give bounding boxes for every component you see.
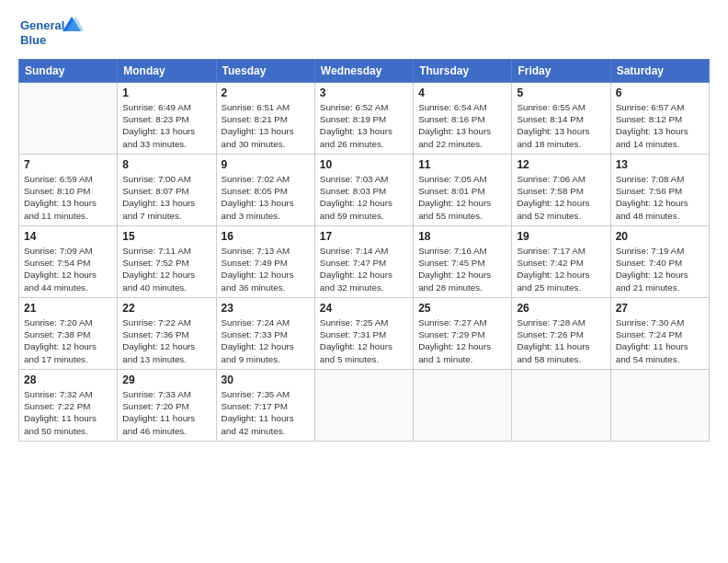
weekday-header: Monday [118, 60, 216, 83]
day-number: 1 [122, 86, 210, 99]
day-number: 17 [320, 230, 408, 243]
calendar-table: SundayMondayTuesdayWednesdayThursdayFrid… [18, 59, 710, 442]
day-number: 22 [122, 302, 210, 315]
calendar-cell: 3Sunrise: 6:52 AMSunset: 8:19 PMDaylight… [314, 83, 413, 155]
day-info: Sunrise: 7:03 AMSunset: 8:03 PMDaylight:… [320, 173, 408, 222]
day-info: Sunrise: 7:09 AMSunset: 7:54 PMDaylight:… [24, 245, 112, 293]
day-info: Sunrise: 7:02 AMSunset: 8:05 PMDaylight:… [222, 173, 310, 222]
calendar-week-row: 28Sunrise: 7:32 AMSunset: 7:22 PMDayligh… [19, 370, 710, 442]
logo-svg: General Blue [18, 15, 83, 52]
day-info: Sunrise: 6:51 AMSunset: 8:21 PMDaylight:… [222, 101, 310, 150]
day-number: 2 [222, 86, 310, 99]
calendar-cell: 13Sunrise: 7:08 AMSunset: 7:56 PMDayligh… [610, 155, 709, 226]
day-info: Sunrise: 7:16 AMSunset: 7:45 PMDaylight:… [418, 245, 506, 293]
calendar-week-row: 21Sunrise: 7:20 AMSunset: 7:38 PMDayligh… [19, 298, 710, 370]
day-info: Sunrise: 6:55 AMSunset: 8:14 PMDaylight:… [517, 101, 605, 150]
calendar-cell: 10Sunrise: 7:03 AMSunset: 8:03 PMDayligh… [314, 155, 413, 226]
day-info: Sunrise: 7:17 AMSunset: 7:42 PMDaylight:… [517, 245, 605, 293]
day-info: Sunrise: 7:13 AMSunset: 7:49 PMDaylight:… [222, 245, 310, 293]
calendar-cell: 8Sunrise: 7:00 AMSunset: 8:07 PMDaylight… [118, 155, 216, 226]
day-info: Sunrise: 6:59 AMSunset: 8:10 PMDaylight:… [24, 173, 112, 222]
day-info: Sunrise: 7:35 AMSunset: 7:17 PMDaylight:… [222, 388, 310, 437]
header: General Blue [18, 15, 710, 52]
calendar-cell: 9Sunrise: 7:02 AMSunset: 8:05 PMDaylight… [216, 155, 314, 226]
day-info: Sunrise: 7:24 AMSunset: 7:33 PMDaylight:… [222, 316, 310, 365]
day-number: 27 [616, 302, 704, 315]
calendar-cell [314, 370, 413, 442]
day-number: 28 [24, 373, 112, 386]
calendar-week-row: 1Sunrise: 6:49 AMSunset: 8:23 PMDaylight… [19, 83, 710, 155]
day-info: Sunrise: 6:52 AMSunset: 8:19 PMDaylight:… [320, 101, 408, 150]
svg-text:Blue: Blue [20, 33, 46, 47]
calendar-cell: 6Sunrise: 6:57 AMSunset: 8:12 PMDaylight… [610, 83, 709, 155]
day-number: 12 [517, 158, 605, 171]
day-info: Sunrise: 6:49 AMSunset: 8:23 PMDaylight:… [122, 101, 210, 150]
day-number: 6 [616, 86, 704, 99]
day-info: Sunrise: 7:08 AMSunset: 7:56 PMDaylight:… [616, 173, 704, 222]
calendar-cell: 18Sunrise: 7:16 AMSunset: 7:45 PMDayligh… [414, 226, 512, 298]
svg-text:General: General [20, 18, 64, 32]
calendar-cell: 19Sunrise: 7:17 AMSunset: 7:42 PMDayligh… [512, 226, 610, 298]
day-info: Sunrise: 7:25 AMSunset: 7:31 PMDaylight:… [320, 316, 408, 365]
day-info: Sunrise: 7:32 AMSunset: 7:22 PMDaylight:… [24, 388, 112, 437]
weekday-header: Friday [512, 60, 610, 83]
calendar-cell: 24Sunrise: 7:25 AMSunset: 7:31 PMDayligh… [314, 298, 413, 370]
day-number: 9 [222, 158, 310, 171]
day-number: 23 [222, 302, 310, 315]
calendar-cell: 12Sunrise: 7:06 AMSunset: 7:58 PMDayligh… [512, 155, 610, 226]
day-number: 3 [320, 86, 408, 99]
calendar-cell [19, 83, 118, 155]
day-number: 8 [122, 158, 210, 171]
day-info: Sunrise: 7:28 AMSunset: 7:26 PMDaylight:… [517, 316, 605, 365]
day-info: Sunrise: 7:14 AMSunset: 7:47 PMDaylight:… [320, 245, 408, 293]
calendar-cell: 26Sunrise: 7:28 AMSunset: 7:26 PMDayligh… [512, 298, 610, 370]
calendar-cell: 27Sunrise: 7:30 AMSunset: 7:24 PMDayligh… [610, 298, 709, 370]
weekday-header: Thursday [414, 60, 512, 83]
calendar-cell: 22Sunrise: 7:22 AMSunset: 7:36 PMDayligh… [118, 298, 216, 370]
day-number: 18 [418, 230, 506, 243]
calendar-cell: 20Sunrise: 7:19 AMSunset: 7:40 PMDayligh… [610, 226, 709, 298]
calendar-cell: 14Sunrise: 7:09 AMSunset: 7:54 PMDayligh… [19, 226, 118, 298]
day-number: 19 [517, 230, 605, 243]
day-number: 26 [517, 302, 605, 315]
calendar-cell: 29Sunrise: 7:33 AMSunset: 7:20 PMDayligh… [118, 370, 216, 442]
calendar-cell [512, 370, 610, 442]
day-number: 25 [418, 302, 506, 315]
calendar-cell: 2Sunrise: 6:51 AMSunset: 8:21 PMDaylight… [216, 83, 314, 155]
calendar-cell: 28Sunrise: 7:32 AMSunset: 7:22 PMDayligh… [19, 370, 118, 442]
day-info: Sunrise: 7:33 AMSunset: 7:20 PMDaylight:… [122, 388, 210, 437]
day-number: 29 [122, 373, 210, 386]
day-number: 7 [24, 158, 112, 171]
calendar-cell: 25Sunrise: 7:27 AMSunset: 7:29 PMDayligh… [414, 298, 512, 370]
day-number: 13 [616, 158, 704, 171]
day-info: Sunrise: 7:27 AMSunset: 7:29 PMDaylight:… [418, 316, 506, 365]
calendar-cell: 11Sunrise: 7:05 AMSunset: 8:01 PMDayligh… [414, 155, 512, 226]
calendar-cell: 21Sunrise: 7:20 AMSunset: 7:38 PMDayligh… [19, 298, 118, 370]
calendar-header: SundayMondayTuesdayWednesdayThursdayFrid… [19, 60, 710, 83]
calendar-week-row: 14Sunrise: 7:09 AMSunset: 7:54 PMDayligh… [19, 226, 710, 298]
day-info: Sunrise: 7:11 AMSunset: 7:52 PMDaylight:… [122, 245, 210, 293]
day-info: Sunrise: 7:19 AMSunset: 7:40 PMDaylight:… [616, 245, 704, 293]
calendar-cell [414, 370, 512, 442]
weekday-header: Sunday [19, 60, 118, 83]
day-info: Sunrise: 7:20 AMSunset: 7:38 PMDaylight:… [24, 316, 112, 365]
calendar-cell: 16Sunrise: 7:13 AMSunset: 7:49 PMDayligh… [216, 226, 314, 298]
calendar-cell: 23Sunrise: 7:24 AMSunset: 7:33 PMDayligh… [216, 298, 314, 370]
main-container: General Blue SundayMondayTuesdayWednesda… [0, 0, 728, 451]
day-number: 10 [320, 158, 408, 171]
day-number: 5 [517, 86, 605, 99]
day-number: 20 [616, 230, 704, 243]
calendar-cell: 17Sunrise: 7:14 AMSunset: 7:47 PMDayligh… [314, 226, 413, 298]
calendar-cell: 7Sunrise: 6:59 AMSunset: 8:10 PMDaylight… [19, 155, 118, 226]
weekday-header: Saturday [610, 60, 709, 83]
day-info: Sunrise: 7:06 AMSunset: 7:58 PMDaylight:… [517, 173, 605, 222]
header-row: SundayMondayTuesdayWednesdayThursdayFrid… [19, 60, 710, 83]
calendar-cell [610, 370, 709, 442]
calendar-body: 1Sunrise: 6:49 AMSunset: 8:23 PMDaylight… [19, 83, 710, 442]
calendar-cell: 5Sunrise: 6:55 AMSunset: 8:14 PMDaylight… [512, 83, 610, 155]
calendar-cell: 30Sunrise: 7:35 AMSunset: 7:17 PMDayligh… [216, 370, 314, 442]
day-number: 14 [24, 230, 112, 243]
day-number: 15 [122, 230, 210, 243]
day-number: 21 [24, 302, 112, 315]
day-info: Sunrise: 7:30 AMSunset: 7:24 PMDaylight:… [616, 316, 704, 365]
